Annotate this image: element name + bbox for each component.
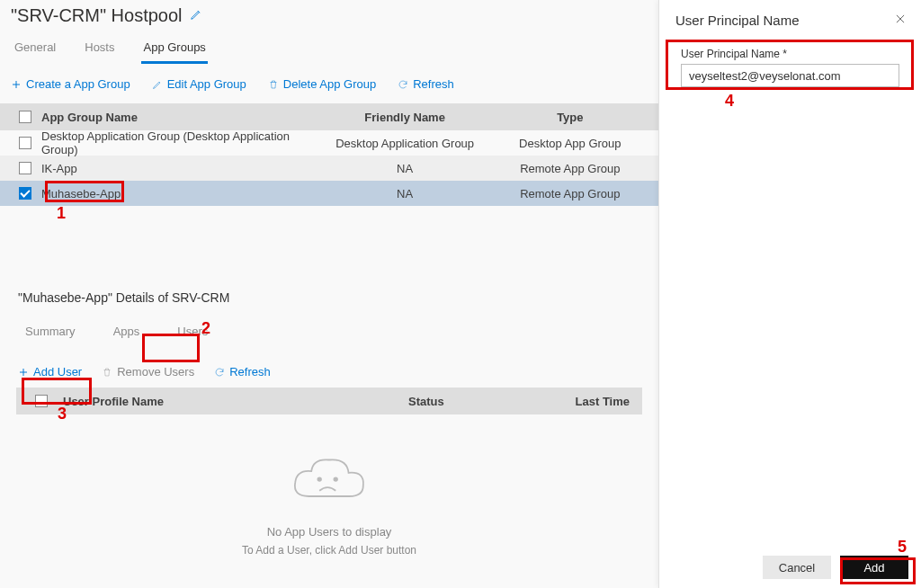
row-friendly: NA bbox=[319, 187, 491, 200]
empty-hint: To Add a User, click Add User button bbox=[242, 544, 416, 557]
edit-app-group-button[interactable]: Edit App Group bbox=[152, 77, 246, 91]
close-icon[interactable] bbox=[894, 13, 907, 28]
row-name: Desktop Application Group (Desktop Appli… bbox=[41, 129, 319, 156]
pencil-icon bbox=[152, 79, 163, 90]
create-app-group-button[interactable]: Create a App Group bbox=[11, 77, 130, 91]
upn-field-label: User Principal Name * bbox=[681, 48, 899, 60]
cancel-button[interactable]: Cancel bbox=[763, 556, 831, 579]
row-type: Remote App Group bbox=[491, 187, 649, 200]
trash-icon bbox=[268, 79, 279, 90]
row-friendly: Desktop Application Group bbox=[319, 137, 491, 150]
row-friendly: NA bbox=[319, 162, 491, 175]
tab-general[interactable]: General bbox=[13, 35, 58, 64]
table-row[interactable]: Muhasebe-App NA Remote App Group bbox=[0, 181, 658, 206]
row-checkbox[interactable] bbox=[19, 187, 31, 200]
add-button[interactable]: Add bbox=[840, 556, 908, 579]
empty-message: No App Users to display bbox=[267, 525, 392, 539]
edit-icon[interactable] bbox=[190, 8, 202, 23]
tab-hosts[interactable]: Hosts bbox=[83, 35, 116, 64]
row-checkbox[interactable] bbox=[19, 162, 31, 174]
col-type: Type bbox=[491, 111, 649, 124]
row-name: Muhasebe-App bbox=[41, 187, 319, 200]
create-app-group-label: Create a App Group bbox=[26, 77, 130, 91]
add-user-button[interactable]: Add User bbox=[18, 365, 82, 379]
plus-icon bbox=[18, 367, 29, 378]
svg-point-1 bbox=[334, 477, 337, 481]
page-title: "SRV-CRM" Hostpool bbox=[11, 5, 183, 26]
users-refresh-button[interactable]: Refresh bbox=[214, 365, 271, 379]
details-title: "Muhasebe-App" Details of SRV-CRM bbox=[16, 285, 642, 310]
col-last-time: Last Time bbox=[499, 395, 633, 408]
refresh-label: Refresh bbox=[413, 77, 454, 91]
remove-users-button[interactable]: Remove Users bbox=[102, 365, 194, 379]
add-user-label: Add User bbox=[33, 365, 82, 379]
app-group-table-header: App Group Name Friendly Name Type bbox=[0, 103, 658, 130]
table-row[interactable]: Desktop Application Group (Desktop Appli… bbox=[0, 130, 658, 156]
table-row[interactable]: IK-App NA Remote App Group bbox=[0, 156, 658, 181]
col-user-profile-name: User Profile Name bbox=[58, 395, 353, 408]
user-principal-panel: User Principal Name User Principal Name … bbox=[658, 0, 921, 588]
refresh-icon bbox=[398, 79, 408, 90]
users-refresh-label: Refresh bbox=[229, 365, 271, 379]
tab-apps[interactable]: Apps bbox=[106, 321, 148, 343]
delete-app-group-label: Delete App Group bbox=[283, 77, 376, 91]
select-all-checkbox[interactable] bbox=[19, 111, 31, 123]
sad-cloud-icon bbox=[289, 450, 370, 512]
users-table-header: User Profile Name Status Last Time bbox=[16, 388, 642, 414]
row-type: Desktop App Group bbox=[491, 137, 649, 150]
upn-input[interactable] bbox=[681, 64, 899, 87]
trash-icon bbox=[102, 367, 112, 378]
remove-users-label: Remove Users bbox=[117, 365, 194, 379]
edit-app-group-label: Edit App Group bbox=[167, 77, 246, 91]
refresh-icon bbox=[214, 367, 225, 378]
refresh-button[interactable]: Refresh bbox=[398, 77, 454, 91]
select-all-users-checkbox[interactable] bbox=[35, 395, 48, 407]
row-type: Remote App Group bbox=[491, 162, 649, 175]
panel-title: User Principal Name bbox=[675, 13, 800, 28]
plus-icon bbox=[11, 79, 22, 90]
col-app-group-name: App Group Name bbox=[41, 111, 319, 124]
row-name: IK-App bbox=[41, 162, 319, 175]
tab-summary[interactable]: Summary bbox=[18, 321, 83, 343]
col-friendly-name: Friendly Name bbox=[319, 111, 491, 124]
col-status: Status bbox=[353, 395, 499, 408]
delete-app-group-button[interactable]: Delete App Group bbox=[268, 77, 376, 91]
tab-users[interactable]: Users bbox=[170, 321, 215, 343]
row-checkbox[interactable] bbox=[19, 137, 31, 149]
tab-app-groups[interactable]: App Groups bbox=[141, 35, 207, 64]
svg-point-0 bbox=[317, 477, 321, 481]
